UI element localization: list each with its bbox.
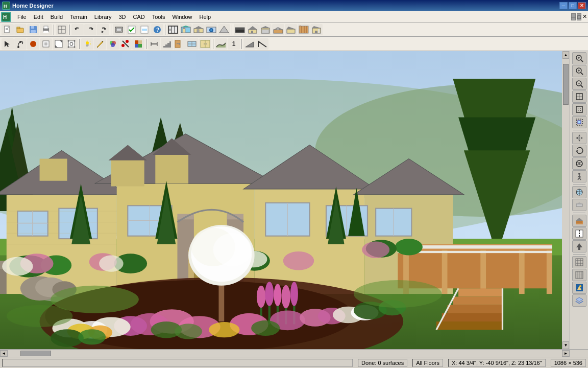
cabinet-tool-btn[interactable] <box>199 38 211 50</box>
menu-tools[interactable]: Tools <box>149 13 168 21</box>
svg-rect-85 <box>86 45 88 47</box>
menu-window[interactable]: Window <box>169 13 195 21</box>
orbit-btn[interactable] <box>572 157 586 170</box>
scroll-right-btn[interactable]: ► <box>562 350 570 357</box>
stair-btn[interactable] <box>161 38 173 50</box>
zoom-out-btn[interactable] <box>572 78 586 90</box>
svg-marker-275 <box>578 110 579 111</box>
zoom-extents-btn[interactable] <box>572 103 586 116</box>
v-scrollbar[interactable]: ▲ ▼ <box>562 51 570 349</box>
menu-file[interactable]: File <box>14 13 30 21</box>
new-btn[interactable] <box>2 24 14 35</box>
zoom-window-btn[interactable] <box>572 90 586 103</box>
sep-t2-1 <box>79 39 80 49</box>
roof-flat-btn[interactable] <box>234 24 246 35</box>
scroll-up-btn[interactable]: ▲ <box>562 51 569 59</box>
svg-rect-100 <box>135 44 138 48</box>
svg-rect-27 <box>142 29 147 31</box>
circle-tool-btn[interactable] <box>27 38 39 50</box>
transform-btn[interactable] <box>65 38 78 50</box>
house-btn[interactable] <box>247 24 259 35</box>
fine-grid-btn[interactable] <box>572 269 586 281</box>
resize-btn[interactable] <box>53 38 65 50</box>
color-btn[interactable] <box>107 38 119 50</box>
pencil-btn[interactable] <box>94 38 106 50</box>
sep3 <box>111 25 111 35</box>
zoom-in-btn[interactable] <box>572 65 586 77</box>
deck-btn[interactable] <box>272 24 284 35</box>
minimize-btn[interactable]: ─ <box>559 2 568 9</box>
save-btn[interactable] <box>27 24 39 35</box>
svg-point-70 <box>19 41 21 43</box>
scroll-left-btn[interactable]: ◄ <box>0 350 8 357</box>
maximize-btn[interactable]: □ <box>569 2 577 9</box>
zoom-sel-btn[interactable] <box>572 116 586 128</box>
svg-marker-298 <box>576 202 582 204</box>
menu-minimize-btn[interactable]: ─ <box>571 13 576 20</box>
select-tool-btn[interactable] <box>2 38 14 50</box>
menu-help[interactable]: Help <box>197 13 214 21</box>
menu-library[interactable]: Library <box>91 13 115 21</box>
dimension-btn[interactable] <box>148 38 160 50</box>
menu-build[interactable]: Build <box>47 13 66 21</box>
scroll-down-btn[interactable]: ▼ <box>562 341 569 349</box>
svg-point-81 <box>68 46 69 48</box>
elevation-btn[interactable] <box>192 24 205 35</box>
open-btn[interactable] <box>14 24 27 35</box>
ref-btn[interactable] <box>138 24 151 35</box>
canvas-area[interactable]: ▲ ▼ <box>0 51 570 349</box>
slope-btn[interactable] <box>243 38 256 50</box>
material-btn[interactable] <box>132 38 144 50</box>
redo-btn[interactable] <box>84 24 96 35</box>
shed-btn[interactable] <box>285 24 297 35</box>
zoom-fit-btn[interactable] <box>572 52 586 64</box>
render2-btn[interactable] <box>572 282 586 294</box>
move-btn[interactable] <box>40 38 52 50</box>
trim-btn[interactable] <box>119 38 132 50</box>
layout-btn[interactable] <box>56 24 68 35</box>
menu-cad[interactable]: CAD <box>130 13 148 21</box>
menu-maximize-btn[interactable]: □ <box>577 13 581 20</box>
close-btn[interactable]: ✕ <box>578 2 586 9</box>
h-scroll-thumb[interactable] <box>20 351 51 356</box>
redo2-btn[interactable]: ▶ <box>97 24 109 35</box>
window-tool-btn[interactable] <box>186 38 199 50</box>
print-btn[interactable] <box>40 24 52 35</box>
camera-view-btn[interactable] <box>205 24 217 35</box>
svg-point-207 <box>283 251 314 270</box>
terrain2-btn[interactable] <box>215 38 227 50</box>
grid-btn[interactable] <box>572 256 586 268</box>
fence-btn[interactable] <box>298 24 310 35</box>
globe-btn[interactable] <box>572 186 586 198</box>
menu-edit[interactable]: Edit <box>31 13 46 21</box>
angle-btn[interactable] <box>256 38 268 50</box>
light-btn[interactable] <box>81 38 93 50</box>
door-tool-btn[interactable] <box>174 38 186 50</box>
structure2-btn[interactable] <box>310 24 323 35</box>
menu-3d[interactable]: 3D <box>115 13 129 21</box>
undo-btn[interactable] <box>71 24 84 35</box>
up-btn[interactable] <box>572 240 586 252</box>
3d-view-btn[interactable] <box>180 24 192 35</box>
help-btn[interactable]: ? <box>151 24 163 35</box>
garage-btn[interactable] <box>259 24 272 35</box>
pan-btn[interactable] <box>572 132 586 144</box>
view-angle-btn[interactable] <box>218 24 230 35</box>
right-sep4 <box>573 254 585 255</box>
v-scroll-thumb[interactable] <box>563 64 569 105</box>
menu-terrain[interactable]: Terrain <box>67 13 90 21</box>
svg-point-97 <box>126 40 129 43</box>
material-edit-btn[interactable] <box>572 215 586 227</box>
svg-line-293 <box>579 178 581 180</box>
perspective-btn[interactable] <box>113 24 125 35</box>
edit-point-btn[interactable] <box>14 38 27 50</box>
flat-view-btn[interactable] <box>572 199 586 211</box>
layers-btn[interactable] <box>572 294 586 307</box>
floor-plan-btn[interactable] <box>167 24 179 35</box>
rotate-view-btn[interactable] <box>572 145 586 157</box>
walk-btn[interactable] <box>572 170 586 182</box>
menu-close-btn[interactable]: ✕ <box>582 13 587 20</box>
num-btn[interactable]: 1 <box>228 38 240 50</box>
check-btn[interactable] <box>126 24 138 35</box>
section-btn[interactable] <box>572 227 586 240</box>
